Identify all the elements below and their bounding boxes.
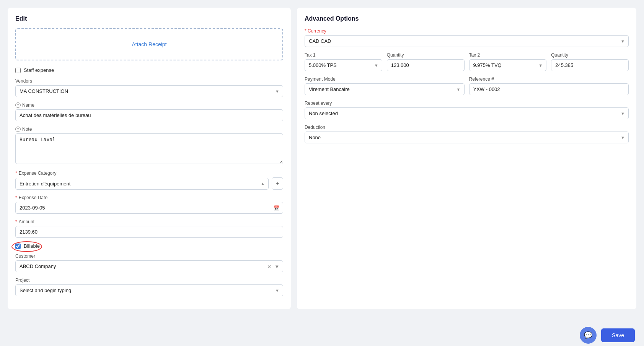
tax2-select-wrapper: 9.975% TVQ ▼ [469,59,547,71]
note-info-icon[interactable]: ? [15,127,21,132]
staff-expense-row: Staff expense [15,67,283,73]
customer-chevron-icon[interactable]: ▼ [274,263,279,269]
deduction-group: Deduction None ▼ [305,125,629,143]
attach-receipt-link[interactable]: Attach Receipt [132,41,166,47]
expense-date-group: * Expense Date 📅 [15,195,283,214]
tax2-select[interactable]: 9.975% TVQ [469,59,547,71]
currency-select[interactable]: CAD CAD [305,35,629,47]
deduction-select-wrapper: None ▼ [305,132,629,143]
tax2-qty-label: Quantity [551,52,629,58]
staff-expense-checkbox[interactable] [15,68,21,73]
customer-action-icons: ✕ ▼ [267,263,279,269]
payment-ref-row: Payment Mode Virement Bancaire ▼ Referen… [305,76,629,95]
customer-label: Customer [15,253,283,259]
tax1-select[interactable]: 5.000% TPS [305,59,382,71]
edit-title: Edit [15,15,283,22]
currency-label: * Currency [305,28,629,34]
reference-group: Reference # [469,76,629,95]
billable-checkbox-container [15,244,21,249]
tax1-label: Tax 1 [305,52,382,58]
customer-input-wrapper: ✕ ▼ [15,260,283,272]
name-input[interactable] [15,109,283,121]
advanced-panel: Advanced Options * Currency CAD CAD ▼ Ta… [297,8,636,309]
tax-row: Tax 1 5.000% TPS ▼ Quantity Tax 2 9.975%… [305,52,629,71]
payment-mode-select[interactable]: Virement Bancaire [305,83,465,95]
tax2-group: Tax 2 9.975% TVQ ▼ [469,52,547,71]
expense-category-group: * Expense Category Entretien d'équipemen… [15,171,283,190]
tax1-qty-group: Quantity [387,52,465,71]
name-info-icon[interactable]: ? [15,102,21,108]
vendors-group: Vendors MA CONSTRUCTION ▼ [15,78,283,97]
payment-mode-group: Payment Mode Virement Bancaire ▼ [305,76,465,95]
amount-label: * Amount [15,219,283,224]
billable-label: Billable [24,243,40,249]
reference-label: Reference # [469,76,629,82]
tax1-group: Tax 1 5.000% TPS ▼ [305,52,382,71]
expense-category-label: * Expense Category [15,171,283,176]
name-label: ? Name [15,102,283,108]
tax1-qty-label: Quantity [387,52,465,58]
expense-category-row: Entretien d'équipement ▲ + [15,177,283,190]
repeat-every-group: Repeat every Non selected ▼ [305,101,629,119]
customer-clear-icon[interactable]: ✕ [267,263,271,269]
customer-group: Customer ✕ ▼ [15,253,283,272]
project-label: Project [15,278,283,283]
expense-category-select-wrapper: Entretien d'équipement ▲ [15,178,269,190]
deduction-label: Deduction [305,125,629,130]
tax2-qty-input[interactable] [551,59,629,71]
bottom-bar: 💬 Save [0,325,644,346]
expense-date-wrapper: 📅 [15,202,283,214]
project-select-wrapper: Select and begin typing ▼ [15,284,283,296]
currency-select-wrapper: CAD CAD ▼ [305,35,629,47]
billable-checkbox[interactable] [15,244,21,249]
vendors-select[interactable]: MA CONSTRUCTION [15,85,283,97]
tax1-select-wrapper: 5.000% TPS ▼ [305,59,382,71]
payment-mode-select-wrapper: Virement Bancaire ▼ [305,83,465,95]
vendors-select-wrapper: MA CONSTRUCTION ▼ [15,85,283,97]
vendors-label: Vendors [15,78,283,84]
chat-button[interactable]: 💬 [580,327,597,344]
project-select[interactable]: Select and begin typing [15,284,283,296]
tax1-qty-input[interactable] [387,59,465,71]
customer-input[interactable] [15,260,283,272]
expense-category-add-button[interactable]: + [272,177,283,190]
project-group: Project Select and begin typing ▼ [15,278,283,296]
save-button[interactable]: Save [601,328,635,342]
currency-group: * Currency CAD CAD ▼ [305,28,629,47]
amount-group: * Amount [15,219,283,238]
payment-mode-label: Payment Mode [305,76,465,82]
repeat-every-select[interactable]: Non selected [305,107,629,119]
edit-panel: Edit Attach Receipt Staff expense Vendor… [8,8,291,309]
deduction-select[interactable]: None [305,132,629,143]
repeat-every-label: Repeat every [305,101,629,106]
tax2-qty-group: Quantity [551,52,629,71]
advanced-title: Advanced Options [305,15,629,22]
amount-input[interactable] [15,226,283,238]
note-label: ? Note [15,127,283,132]
expense-category-select[interactable]: Entretien d'équipement [15,178,269,190]
reference-input[interactable] [469,83,629,95]
attach-receipt-box[interactable]: Attach Receipt [15,28,283,60]
name-group: ? Name [15,102,283,121]
billable-row: Billable [15,243,283,249]
expense-date-input[interactable] [15,202,283,214]
staff-expense-label: Staff expense [24,67,54,73]
note-group: ? Note Bureau Laval [15,127,283,165]
expense-date-label: * Expense Date [15,195,283,200]
repeat-every-select-wrapper: Non selected ▼ [305,107,629,119]
note-textarea[interactable]: Bureau Laval [15,133,283,164]
chat-icon: 💬 [584,331,592,340]
tax2-label: Tax 2 [469,52,547,58]
